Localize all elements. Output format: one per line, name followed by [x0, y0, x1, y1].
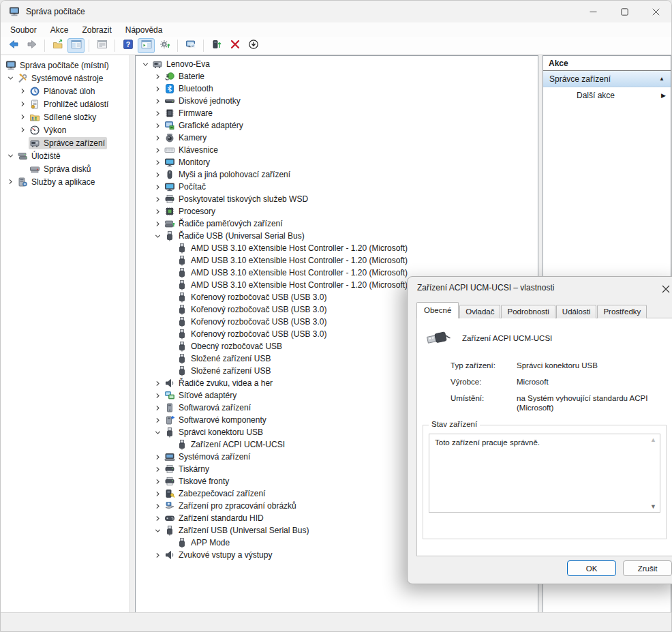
device-tree-item[interactable]: Řadiče USB (Universal Serial Bus) — [136, 230, 538, 242]
actions-section-device-manager[interactable]: Správce zařízení ▲ — [543, 71, 671, 87]
tab-ovladac[interactable]: Ovladač — [459, 305, 500, 318]
chevron-down-icon[interactable] — [140, 60, 151, 68]
chevron-right-icon[interactable] — [152, 158, 164, 166]
device-tree-item[interactable]: Firmware — [136, 107, 538, 119]
close-button[interactable] — [640, 1, 671, 22]
chevron-right-icon[interactable] — [152, 220, 164, 228]
chevron-down-icon[interactable] — [152, 526, 164, 535]
chevron-right-icon[interactable] — [152, 183, 164, 191]
chevron-right-icon[interactable] — [152, 72, 164, 80]
maximize-button[interactable] — [609, 1, 640, 22]
device-tree-item[interactable]: Diskové jednotky — [136, 95, 538, 107]
chevron-down-icon[interactable] — [152, 232, 164, 240]
chevron-right-icon[interactable] — [152, 97, 164, 105]
tree-item-label: Správa počítače (místní) — [20, 60, 109, 71]
device-tree-item[interactable]: AMD USB 3.10 eXtensible Host Controller … — [136, 242, 538, 254]
uninstall-button[interactable] — [226, 38, 243, 53]
chevron-right-icon[interactable] — [17, 126, 29, 134]
chevron-down-icon[interactable] — [152, 428, 164, 436]
device-tree-item[interactable]: Řadiče paměťových zařízení — [136, 217, 538, 230]
chevron-right-icon[interactable] — [152, 551, 164, 559]
scroll-down-icon[interactable]: ▼ — [650, 503, 656, 510]
device-tree-item[interactable]: Bluetooth — [136, 82, 538, 95]
chevron-right-icon[interactable] — [152, 146, 164, 154]
device-tree-item[interactable]: Monitory — [136, 156, 538, 168]
collapse-icon[interactable]: ▲ — [659, 76, 665, 82]
device-tree-item[interactable]: Klávesnice — [136, 144, 538, 156]
properties-window-button[interactable] — [93, 38, 110, 53]
chevron-right-icon[interactable] — [17, 113, 29, 121]
console-tree-item[interactable]: Výkon — [1, 123, 129, 136]
chevron-right-icon[interactable] — [152, 121, 164, 130]
device-tree-item[interactable]: Počítač — [136, 181, 538, 193]
device-tree-item[interactable]: Lenovo-Eva — [136, 58, 538, 70]
device-tree-item[interactable]: AMD USB 3.10 eXtensible Host Controller … — [136, 254, 538, 267]
console-tree-item[interactable]: Správa disků — [1, 162, 129, 175]
menu-zobrazit[interactable]: Zobrazit — [75, 24, 118, 36]
device-tree-item[interactable]: Baterie — [136, 70, 538, 82]
tab-prostredky[interactable]: Prostředky — [597, 305, 647, 318]
gears-refresh-button[interactable] — [156, 38, 173, 53]
device-tree-item[interactable]: Kamery — [136, 132, 538, 144]
chevron-right-icon[interactable] — [152, 514, 164, 522]
chevron-right-icon[interactable] — [152, 477, 164, 485]
help-button[interactable]: ? — [119, 38, 136, 53]
forward-button[interactable] — [23, 38, 40, 53]
scan-hardware-button[interactable] — [208, 38, 225, 53]
minimize-button[interactable] — [577, 1, 609, 22]
ok-button[interactable]: OK — [567, 560, 616, 576]
menu-napoveda[interactable]: Nápověda — [119, 24, 170, 36]
chevron-right-icon[interactable] — [152, 170, 164, 179]
chevron-right-icon[interactable] — [152, 207, 164, 215]
action-pane-button[interactable] — [138, 38, 155, 53]
device-tree-item[interactable]: Poskytovatel tiskových služeb WSD — [136, 193, 538, 205]
tab-podrobnosti[interactable]: Podrobnosti — [501, 305, 555, 318]
tab-obecne[interactable]: Obecné — [416, 302, 459, 318]
menu-akce[interactable]: Akce — [44, 24, 76, 36]
console-tree-item[interactable]: Správa počítače (místní) — [1, 59, 129, 72]
console-tree-button[interactable] — [67, 38, 85, 53]
console-tree-item[interactable]: Systémové nástroje — [1, 72, 129, 85]
chevron-right-icon[interactable] — [152, 453, 164, 461]
chevron-spacer — [164, 342, 176, 350]
disable-device-button[interactable] — [245, 38, 262, 53]
console-tree-item[interactable]: Sdílené složky — [1, 110, 129, 123]
console-tree-item[interactable]: Úložiště — [1, 149, 129, 162]
chevron-right-icon[interactable] — [152, 195, 164, 203]
device-tree-item[interactable]: Procesory — [136, 205, 538, 217]
console-tree-item[interactable]: Prohlížeč událostí — [1, 97, 129, 110]
chevron-right-icon[interactable] — [17, 100, 29, 108]
chevron-right-icon[interactable] — [152, 502, 164, 510]
chevron-right-icon[interactable] — [152, 416, 164, 424]
chevron-right-icon[interactable] — [5, 178, 16, 186]
chevron-right-icon[interactable] — [152, 134, 164, 142]
export-list-button[interactable] — [49, 38, 66, 53]
scroll-up-icon[interactable]: ▲ — [650, 436, 656, 443]
console-tree-item[interactable]: Plánovač úloh — [1, 85, 129, 97]
device-tree-item[interactable]: Grafické adaptéry — [136, 119, 538, 132]
chevron-right-icon[interactable] — [152, 379, 164, 387]
dialog-close-icon[interactable] — [662, 284, 670, 292]
chevron-right-icon[interactable] — [17, 87, 29, 95]
chevron-right-icon[interactable] — [152, 85, 164, 93]
console-tree-item[interactable]: Správce zařízení — [1, 136, 129, 149]
more-actions-item[interactable]: Další akce ▶ — [543, 87, 671, 103]
console-tree-item[interactable]: Služby a aplikace — [1, 175, 129, 188]
tree-item-label: Kamery — [179, 132, 207, 143]
chevron-right-icon[interactable] — [152, 490, 164, 498]
chevron-down-icon[interactable] — [5, 74, 16, 82]
chevron-right-icon[interactable] — [152, 391, 164, 400]
menu-soubor[interactable]: Soubor — [3, 24, 44, 36]
chevron-right-icon[interactable] — [152, 109, 164, 117]
device-tree-item[interactable]: Myši a jiná polohovací zařízení — [136, 168, 538, 181]
device-status-textbox[interactable]: Toto zařízení pracuje správně. ▲ ▼ — [429, 434, 660, 513]
chevron-down-icon[interactable] — [5, 152, 16, 160]
chevron-right-icon[interactable] — [152, 404, 164, 412]
remote-computer-button[interactable] — [182, 38, 199, 53]
sysdev-icon — [164, 451, 175, 462]
back-button[interactable] — [5, 38, 22, 53]
tab-udalosti[interactable]: Události — [556, 305, 597, 318]
chevron-right-icon[interactable] — [152, 465, 164, 473]
tree-item-label: Správce zařízení — [44, 138, 105, 149]
cancel-button[interactable]: Zrušit — [623, 560, 672, 576]
